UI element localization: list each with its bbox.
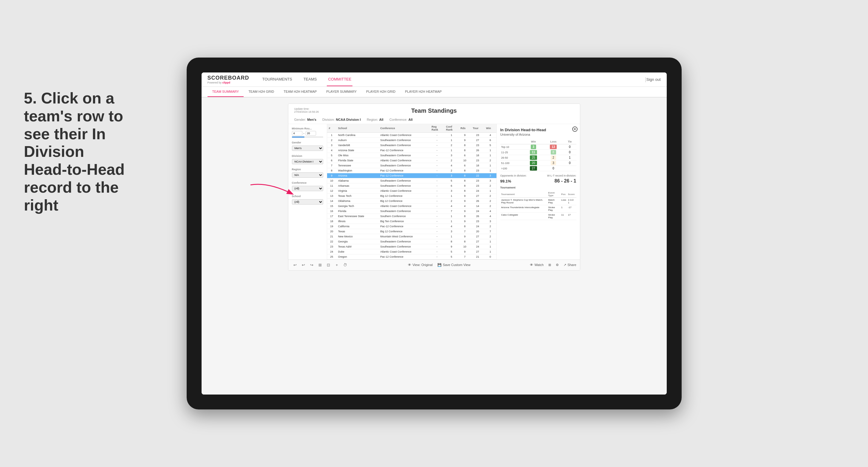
row-school: Vanderbilt	[336, 143, 378, 148]
clock-button[interactable]: ⏱	[342, 261, 348, 268]
table-row[interactable]: 3 Vanderbilt Southeastern Conference - 2…	[327, 143, 496, 148]
table-row[interactable]: 12 Virginia Atlantic Coast Conference - …	[327, 188, 496, 193]
division-filter-group: Division NCAA Division I NCAA Division I…	[292, 154, 323, 164]
add-button[interactable]: +	[334, 261, 340, 268]
row-conference: Atlantic Coast Conference	[378, 133, 430, 138]
save-custom-button[interactable]: 💾 Save Custom View	[437, 263, 470, 267]
table-area: # School Conference RegRank ConfRank Rds…	[327, 124, 496, 259]
h2h-row-26-50[interactable]: 26-50 25 2 1	[500, 155, 577, 160]
row-conf-rank: 4	[444, 204, 459, 209]
row-win: 5	[484, 143, 496, 148]
row-conf-rank: 3	[444, 173, 459, 178]
h2h-row-51-100[interactable]: 51-100 20 3 0	[500, 160, 577, 166]
row-conference: Big 12 Conference	[378, 198, 430, 204]
nav-teams[interactable]: TEAMS	[302, 73, 318, 86]
subnav-team-summary[interactable]: TEAM SUMMARY	[208, 87, 244, 97]
tournament-row-1[interactable]: Jackson T. Stephens Cup Men's Match-Play…	[500, 198, 577, 205]
table-row[interactable]: 15 Georgia Tech Atlantic Coast Conferenc…	[327, 204, 496, 209]
row-rds: 8	[459, 214, 471, 219]
table-row[interactable]: 8 Washington Pac-12 Conference - 2 8 23 …	[327, 168, 496, 173]
row-school: Alabama	[336, 178, 378, 183]
row-win: 1	[484, 163, 496, 168]
conference-filter-value: All	[408, 118, 413, 121]
table-row[interactable]: 11 Arkansas Southeastern Conference - 6 …	[327, 183, 496, 188]
table-row[interactable]: 21 New Mexico Mountain West Conference -…	[327, 234, 496, 239]
undo2-button[interactable]: ↩	[300, 261, 307, 268]
sign-out-link[interactable]: Sign out	[647, 77, 661, 82]
table-row[interactable]: 16 Florida Southeastern Conference - 7 9…	[327, 209, 496, 214]
row-win: 3	[484, 178, 496, 183]
table-row[interactable]: 20 Texas Big 12 Conference - 3 7 20 7	[327, 229, 496, 234]
table-row[interactable]: 1 North Carolina Atlantic Coast Conferen…	[327, 133, 496, 138]
h2h-row-gt100[interactable]: >100 27 0	[500, 166, 577, 171]
table-row[interactable]: 17 East Tennessee State Southern Confere…	[327, 214, 496, 219]
table-row[interactable]: 25 Oregon Pac-12 Conference - 5 7 21 0	[327, 254, 496, 259]
table-row[interactable]: 7 Tennessee Southeastern Conference - 4 …	[327, 163, 496, 168]
h2h-tie-51-100: 0	[563, 160, 576, 166]
row-conf-rank: 2	[444, 168, 459, 173]
tour-type-1: Match Play	[547, 198, 560, 205]
tournament-row-2[interactable]: Arizona Thunderbirds Intercollegiate Str…	[500, 205, 577, 213]
table-row[interactable]: 5 Ole Miss Southeastern Conference - 3 6…	[327, 153, 496, 158]
subnav-player-summary[interactable]: PLAYER SUMMARY	[321, 87, 362, 97]
h2h-team: University of Arizona	[500, 133, 577, 136]
row-rds: 7	[459, 254, 471, 259]
table-row[interactable]: 2 Auburn Southeastern Conference - 1 9 2…	[327, 138, 496, 143]
h2h-close-button[interactable]: ✕	[572, 126, 578, 132]
range-slider[interactable]	[292, 136, 323, 137]
subnav-team-h2h-heatmap[interactable]: TEAM H2H HEATMAP	[279, 87, 321, 97]
tournament-row-3[interactable]: Cabo Collegiate Stroke Play 11 17	[500, 213, 577, 220]
gender-select[interactable]: Men's Women's	[292, 146, 323, 151]
row-school: Arizona State	[336, 148, 378, 153]
row-tour: 23	[471, 219, 484, 224]
table-row[interactable]: 4 Arizona State Pac-12 Conference - 1 8 …	[327, 148, 496, 153]
table-row[interactable]: 24 Duke Atlantic Coast Conference - 5 9 …	[327, 249, 496, 254]
watch-button[interactable]: 👁 Watch	[530, 263, 544, 267]
subnav-player-h2h-heatmap[interactable]: PLAYER H2H HEATMAP	[400, 87, 446, 97]
row-reg-rank: -	[430, 249, 444, 254]
nav-tournaments[interactable]: TOURNAMENTS	[261, 73, 293, 86]
row-school: Texas Tech	[336, 193, 378, 198]
region-select[interactable]: N/A South	[292, 173, 323, 178]
table-row[interactable]: 14 Oklahoma Big 12 Conference - 2 9 26 2	[327, 198, 496, 204]
undo-button[interactable]: ↩	[292, 261, 299, 268]
min-rounds-max-input[interactable]	[306, 131, 316, 136]
tablet-screen: SCOREBOARD Powered by clippd TOURNAMENTS…	[202, 72, 667, 395]
table-row[interactable]: 6 Florida State Atlantic Coast Conferenc…	[327, 158, 496, 163]
nav-committee[interactable]: COMMITTEE	[327, 73, 352, 86]
update-time-area: Update time: 27/03/2024 16:56:26	[294, 107, 319, 113]
h2h-win-11-25: 11	[524, 150, 544, 155]
row-conf-rank: 6	[444, 183, 459, 188]
row-conf-rank: 3	[444, 188, 459, 193]
layout-button[interactable]: ⊞	[548, 263, 551, 267]
view-original-button[interactable]: 👁 View: Original	[408, 263, 433, 267]
share-button[interactable]: ↗ Share	[563, 263, 576, 267]
conference-select[interactable]: (All)	[292, 186, 323, 191]
main-content: Update time: 27/03/2024 16:56:26 Team St…	[202, 97, 667, 395]
redo-button[interactable]: ↪	[309, 261, 315, 268]
h2h-col-loss: Loss	[543, 139, 563, 144]
row-win: 2	[484, 234, 496, 239]
table-row[interactable]: 18 Illinois Big Ten Conference - 1 9 23 …	[327, 219, 496, 224]
table-row[interactable]: 9 Arizona Pac-12 Conference - 3 8 22 3	[327, 173, 496, 178]
row-tour: 14	[471, 204, 484, 209]
h2h-row-11-25[interactable]: 11-25 11 8 0	[500, 150, 577, 155]
table-row[interactable]: 10 Alabama Southeastern Conference - 5 8…	[327, 178, 496, 183]
paste-button[interactable]: ⊡	[325, 261, 332, 268]
min-rounds-min-input[interactable]	[292, 131, 302, 136]
subnav-team-h2h-grid[interactable]: TEAM H2H GRID	[244, 87, 279, 97]
table-row[interactable]: 19 California Pac-12 Conference - 4 8 24…	[327, 224, 496, 229]
table-row[interactable]: 13 Texas Tech Big 12 Conference - 1 9 27…	[327, 193, 496, 198]
copy-button[interactable]: ⊞	[317, 261, 323, 268]
table-row[interactable]: 22 Georgia Southeastern Conference - 8 8…	[327, 239, 496, 244]
table-row[interactable]: 23 Texas A&M Southeastern Conference - 9…	[327, 244, 496, 249]
school-select[interactable]: (All)	[292, 199, 323, 205]
sub-nav: TEAM SUMMARY TEAM H2H GRID TEAM H2H HEAT…	[202, 87, 667, 97]
h2h-row-top10[interactable]: Top 10 3 13 0	[500, 144, 577, 150]
division-select[interactable]: NCAA Division I NCAA Division II	[292, 159, 323, 164]
row-school: Illinois	[336, 219, 378, 224]
row-rds: 8	[459, 188, 471, 193]
subnav-player-h2h-grid[interactable]: PLAYER H2H GRID	[362, 87, 400, 97]
settings-button[interactable]: ⚙	[556, 263, 559, 267]
h2h-tie-26-50: 1	[563, 155, 576, 160]
